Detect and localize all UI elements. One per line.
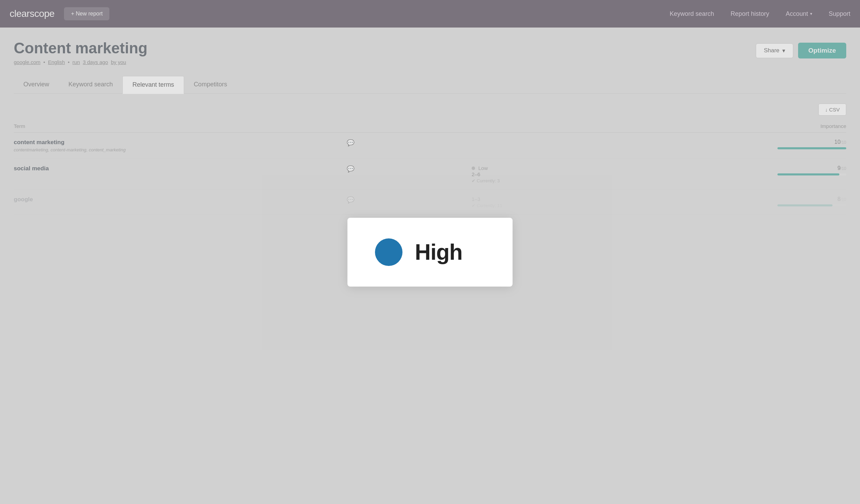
modal-card: High — [347, 218, 513, 229]
overlay-backdrop[interactable]: High — [0, 0, 860, 228]
